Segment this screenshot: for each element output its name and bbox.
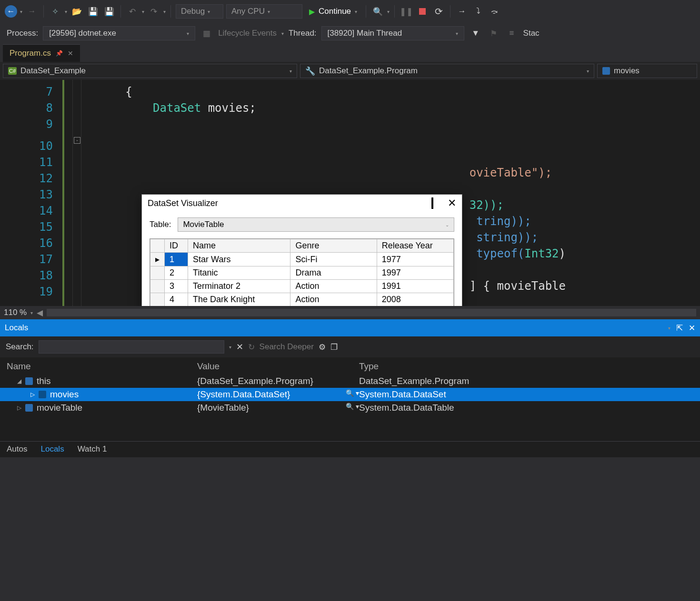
config-dropdown[interactable]: Debug ▾ (176, 4, 223, 19)
locals-header[interactable]: Locals ▾ ⇱ ✕ (0, 319, 700, 336)
zoom-dd[interactable]: ▾ (30, 310, 33, 315)
save-all-icon[interactable]: 💾 (102, 5, 116, 18)
pause-icon[interactable]: ❚❚ (400, 5, 413, 18)
step-over-icon[interactable]: ⤼ (488, 5, 501, 18)
file-tab-program[interactable]: Program.cs 📌 ✕ (3, 44, 80, 62)
tab-locals[interactable]: Locals (34, 442, 70, 457)
col-header[interactable]: Release Year (377, 239, 453, 253)
debug-toolbar: Process: [29596] dotnet.exe ▾ ▦ Lifecycl… (0, 23, 700, 44)
editor-area: 7 8 9 10 11 12 13 14 15 16 17 18 19 { Da… (0, 80, 700, 306)
close-icon[interactable]: ✕ (689, 323, 695, 333)
table-row[interactable]: 4The Dark KnightAction2008 (150, 293, 454, 306)
tab-watch1[interactable]: Watch 1 (71, 442, 114, 457)
undo-icon[interactable]: ↶ (126, 5, 139, 18)
nav-fwd-button[interactable]: → (25, 5, 39, 18)
find-dd[interactable]: ▾ (387, 9, 390, 14)
search-dd[interactable]: ▾ (229, 345, 231, 350)
col-value[interactable]: Value (197, 361, 359, 372)
table-row[interactable]: 3Terminator 2Action1991 (150, 280, 454, 293)
col-type[interactable]: Type (359, 361, 693, 372)
object-icon (25, 404, 33, 412)
editor-hscroll[interactable] (47, 309, 696, 316)
filter-icon[interactable]: ▼ (469, 27, 482, 40)
redo-icon[interactable]: ↷ (147, 5, 160, 18)
flag-icon[interactable]: ⚑ (487, 27, 500, 40)
locals-body: Name Value Type ◢ this {DataSet_Example.… (0, 357, 700, 457)
line-num: 16 (0, 235, 53, 251)
visualizer-icon[interactable]: 🔍 ▾ (346, 389, 359, 397)
redo-dd[interactable]: ▾ (163, 9, 166, 14)
separator (170, 5, 171, 18)
table-dropdown[interactable]: MovieTable ⌄ (178, 217, 454, 232)
separator (43, 5, 44, 18)
clear-search-icon[interactable]: ✕ (236, 342, 243, 352)
platform-dropdown[interactable]: Any CPU ▾ (226, 4, 302, 19)
dropdown-icon[interactable]: ▾ (668, 325, 670, 331)
stop-button[interactable] (416, 5, 429, 18)
data-grid[interactable]: ID Name Genre Release Year ▸ 1 Star Wars… (150, 238, 454, 306)
locals-columns: Name Value Type (0, 357, 700, 374)
search-label: Search: (6, 342, 34, 352)
process-dropdown[interactable]: [29596] dotnet.exe ▾ (43, 26, 195, 40)
maximize-button[interactable] (431, 198, 433, 208)
locals-row-this[interactable]: ◢ this {DataSet_Example.Program} DataSet… (0, 374, 700, 388)
continue-button[interactable]: ▶ Continue ▾ (305, 4, 361, 19)
open-folder-icon[interactable]: 📂 (70, 5, 83, 18)
visualizer-titlebar[interactable]: DataSet Visualizer ✕ (142, 195, 462, 212)
col-header[interactable]: ID (165, 239, 188, 253)
expand-icon[interactable]: ◢ (17, 378, 21, 384)
table-label: Table: (150, 220, 171, 229)
copy-icon[interactable]: ❐ (330, 342, 338, 352)
visualizer-icon[interactable]: 🔍 ▾ (346, 403, 359, 410)
col-header[interactable]: Genre (290, 239, 377, 253)
save-icon[interactable]: 💾 (86, 5, 100, 18)
col-header[interactable]: Name (188, 239, 290, 253)
find-icon[interactable]: 🔍 (371, 5, 384, 18)
expand-icon[interactable]: ▷ (17, 404, 21, 411)
table-row[interactable]: 2TitanicDrama1997 (150, 266, 454, 280)
stacktrace-icon[interactable]: ≡ (505, 27, 519, 40)
member-dropdown[interactable]: movies (597, 64, 697, 78)
line-num: 15 (0, 219, 53, 235)
close-icon[interactable]: ✕ (68, 49, 73, 57)
play-icon: ▶ (309, 7, 315, 16)
nav-back-button[interactable]: ← (5, 5, 17, 18)
pin-icon[interactable]: ⇱ (676, 323, 683, 333)
class-dropdown[interactable]: 🔧 DataSet_Example.Program ▾ (300, 64, 594, 78)
col-name[interactable]: Name (7, 361, 197, 372)
search-input[interactable] (39, 340, 224, 354)
continue-label: Continue (319, 7, 351, 16)
show-next-icon[interactable]: → (455, 5, 469, 18)
new-item-icon[interactable]: ✧ (49, 5, 62, 18)
locals-row-movies[interactable]: ▷ movies {System.Data.DataSet} 🔍 ▾ Syste… (0, 388, 700, 401)
fold-margin-2 (73, 80, 81, 306)
fold-margin (64, 80, 73, 306)
locals-row-movietable[interactable]: ▷ movieTable {MovieTable} 🔍 ▾ System.Dat… (0, 401, 700, 414)
close-button[interactable]: ✕ (448, 200, 456, 207)
step-into-icon[interactable]: ⤵ (471, 5, 485, 18)
member-label: movies (614, 66, 640, 76)
settings-icon[interactable]: ⚙ (319, 342, 326, 352)
line-num: 12 (0, 170, 53, 187)
zoom-label[interactable]: 110 % (4, 308, 27, 317)
expand-icon[interactable]: ▷ (30, 391, 35, 398)
fold-toggle[interactable]: - (74, 137, 80, 144)
restart-icon[interactable]: ⟳ (432, 5, 445, 18)
lifecycle-dd[interactable]: ▾ (281, 31, 284, 36)
table-row[interactable]: ▸ 1 Star Wars Sci-Fi 1977 (150, 253, 454, 266)
line-num: 8 (0, 100, 53, 116)
namespace-dropdown[interactable]: C# DataSet_Example ▾ (3, 64, 297, 78)
line-num: 14 (0, 203, 53, 219)
tab-autos[interactable]: Autos (0, 442, 34, 457)
chevron-down-icon: ▾ (187, 31, 189, 36)
line-num: 7 (0, 84, 53, 100)
process-value: [29596] dotnet.exe (49, 29, 116, 38)
pin-icon[interactable]: 📌 (56, 50, 63, 57)
new-item-dd[interactable]: ▾ (65, 9, 67, 14)
thread-dropdown[interactable]: [38920] Main Thread ▾ (321, 26, 464, 40)
scroll-left-icon[interactable]: ◀ (37, 308, 43, 318)
separator (120, 5, 121, 18)
nav-back-dd[interactable]: ▾ (20, 9, 22, 14)
undo-dd[interactable]: ▾ (142, 9, 144, 14)
chevron-down-icon: ▾ (268, 9, 270, 14)
